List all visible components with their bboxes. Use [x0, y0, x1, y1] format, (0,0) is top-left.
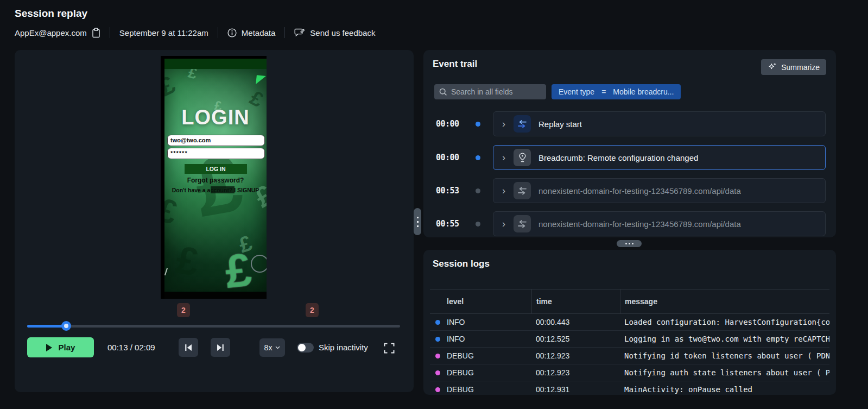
- toggle-knob: [298, 344, 306, 351]
- event-row: 00:00 › Breadcrumb: Remote configuration…: [423, 145, 836, 170]
- level-dot: [435, 370, 440, 375]
- chevron-right-icon[interactable]: ›: [502, 219, 505, 229]
- speed-value: 8x: [264, 343, 273, 352]
- phone-screen: LOGIN two@two.com ****** LOG IN Forgot p…: [164, 59, 267, 299]
- column-header-time[interactable]: time: [531, 290, 620, 313]
- video-artifact: [211, 186, 235, 193]
- chevron-right-icon[interactable]: ›: [502, 153, 505, 162]
- fullscreen-icon: [384, 343, 395, 354]
- phone-bottom-bar: [164, 292, 267, 299]
- video-artifact: [164, 268, 168, 275]
- event-dot: [476, 155, 480, 160]
- column-header-level[interactable]: level: [430, 290, 531, 313]
- panel-resize-handle[interactable]: [414, 208, 421, 235]
- event-row: 00:00 › Replay start: [423, 111, 836, 136]
- metadata-button[interactable]: Metadata: [227, 28, 276, 37]
- timeline-marker-badge[interactable]: 2: [306, 303, 319, 317]
- event-timestamp[interactable]: 00:53: [436, 178, 468, 203]
- replay-video[interactable]: LOGIN two@two.com ****** LOG IN Forgot p…: [161, 56, 267, 299]
- event-card[interactable]: › Replay start: [493, 111, 826, 136]
- panel-resize-pill[interactable]: [617, 240, 642, 247]
- timeline-handle[interactable]: [61, 321, 71, 331]
- log-time: 00:12.923: [531, 368, 620, 377]
- password-field[interactable]: ******: [167, 148, 265, 159]
- chevron-right-icon[interactable]: ›: [502, 119, 505, 129]
- log-level: INFO: [430, 335, 531, 343]
- previous-breadcrumb-button[interactable]: [179, 338, 198, 357]
- filter-value: Mobile breadcru...: [613, 87, 674, 96]
- touch-indicator: [251, 255, 267, 273]
- pound-glyph: [186, 69, 199, 83]
- table-row[interactable]: DEBUG 00:12.923 Notifying id token liste…: [430, 348, 829, 364]
- level-dot: [435, 354, 440, 358]
- timeline-scrubber[interactable]: [27, 325, 400, 328]
- event-card[interactable]: › nonexistent-domain-for-testing-1234567…: [493, 178, 826, 203]
- replay-user: AppEx@appex.com: [15, 28, 100, 38]
- arrow-graphic: [256, 75, 266, 85]
- log-level: DEBUG: [430, 351, 531, 360]
- skip-inactivity-toggle[interactable]: [297, 343, 314, 353]
- filter-key: Event type: [559, 87, 594, 96]
- event-card[interactable]: › Breadcrumb: Remote configuration chang…: [493, 145, 826, 170]
- log-time: 00:12.923: [531, 351, 620, 360]
- page-title: Session replay: [15, 8, 87, 20]
- column-header-message[interactable]: message: [620, 290, 829, 313]
- log-level: DEBUG: [430, 368, 531, 377]
- chevron-right-icon[interactable]: ›: [502, 186, 505, 196]
- replay-user-label: AppEx@appex.com: [15, 28, 87, 37]
- next-breadcrumb-button[interactable]: [211, 338, 230, 357]
- handle-dot: [632, 243, 633, 244]
- metadata-label: Metadata: [242, 28, 276, 37]
- skip-forward-icon: [217, 344, 224, 351]
- search-input[interactable]: [434, 84, 546, 99]
- log-time: 00:12.931: [531, 385, 620, 394]
- log-message: Loaded configuration: HarvestConfigurati…: [620, 318, 829, 326]
- play-icon: [46, 344, 52, 351]
- event-row: 00:55 › nonexistent-domain-for-testing-1…: [423, 211, 836, 236]
- playback-speed-select[interactable]: 8x: [259, 338, 285, 357]
- clipboard-icon[interactable]: [92, 28, 100, 38]
- session-logs-table: level time message INFO 00:00.443 Loaded…: [430, 289, 829, 395]
- event-trail-panel: Event trail Summarize Event type = Mobil…: [423, 50, 836, 237]
- event-trail-title: Event trail: [433, 59, 477, 70]
- play-button[interactable]: Play: [27, 337, 94, 357]
- table-row[interactable]: INFO 00:00.443 Loaded configuration: Har…: [430, 314, 829, 331]
- handle-dot: [417, 217, 419, 218]
- timeline-marker-badge[interactable]: 2: [177, 303, 190, 317]
- table-row[interactable]: DEBUG 00:12.923 Notifying auth state lis…: [430, 364, 829, 381]
- event-dot: [476, 222, 480, 226]
- login-button[interactable]: LOG IN: [185, 164, 247, 174]
- event-dot: [476, 122, 480, 127]
- time-display: 00:13 / 02:09: [107, 337, 155, 357]
- login-screen-background: LOGIN two@two.com ****** LOG IN Forgot p…: [164, 69, 267, 292]
- forgot-password-link[interactable]: Forgot password?: [164, 177, 267, 184]
- table-row[interactable]: INFO 00:12.525 Logging in as two@two.com…: [430, 331, 829, 348]
- replay-date: September 9 at 11:22am: [119, 28, 208, 37]
- handle-dot: [417, 225, 419, 227]
- event-label: Replay start: [538, 119, 582, 129]
- feedback-bubble-icon: [294, 28, 305, 37]
- summarize-button[interactable]: Summarize: [761, 59, 826, 75]
- fullscreen-button[interactable]: [383, 342, 395, 354]
- log-message: MainActivity: onPause called: [620, 385, 829, 394]
- pound-glyph: [164, 70, 180, 102]
- event-card[interactable]: › nonexistent-domain-for-testing-1234567…: [493, 211, 826, 236]
- login-heading: LOGIN: [164, 106, 267, 129]
- table-row[interactable]: DEBUG 00:12.931 MainActivity: onPause ca…: [430, 381, 829, 395]
- event-timestamp[interactable]: 00:00: [436, 111, 468, 136]
- event-label: nonexistent-domain-for-testing-123456789…: [538, 219, 741, 229]
- skip-inactivity-label: Skip inactivity: [319, 337, 368, 357]
- event-timestamp[interactable]: 00:55: [436, 211, 468, 236]
- feedback-button[interactable]: Send us feedback: [294, 28, 375, 37]
- event-type-filter-chip[interactable]: Event type = Mobile breadcru...: [552, 84, 681, 99]
- level-dot: [435, 387, 440, 392]
- event-label: Breadcrumb: Remote configuration changed: [538, 153, 698, 162]
- event-timestamp[interactable]: 00:00: [436, 145, 468, 170]
- timeline-marker-lane: 2 2: [27, 303, 400, 317]
- filter-operator: =: [601, 87, 606, 96]
- event-search[interactable]: [434, 84, 546, 99]
- location-pin-icon: [514, 149, 531, 166]
- feedback-label: Send us feedback: [310, 28, 375, 37]
- handle-dot: [625, 243, 627, 244]
- email-field[interactable]: two@two.com: [167, 135, 265, 146]
